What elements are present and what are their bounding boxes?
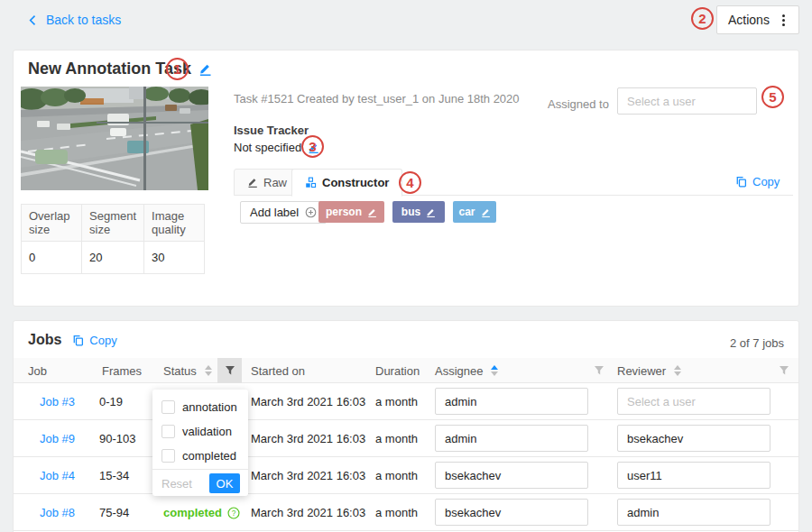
sort-assignee-control[interactable] [491,365,498,376]
job-link[interactable]: Job #4 [40,469,75,482]
filter-ok-button[interactable]: OK [209,473,240,493]
label-chip-bus-name: bus [401,206,420,218]
annotation-circle-3: 3 [301,135,324,158]
back-to-tasks-link[interactable]: Back to tasks [27,13,121,27]
checkbox-completed[interactable] [161,449,175,463]
copy-icon [72,335,84,346]
cvat-task-page: Back to tasks Actions New Annotation Tas… [0,0,812,532]
filter-option-annotation-label: annotation [182,400,237,414]
plus-circle-icon [305,206,317,218]
task-meta: Task #1521 Created by test_user_1 on Jun… [234,92,520,105]
duration-cell: a month [375,506,418,519]
edit-label-bus-icon[interactable] [426,207,436,217]
assigned-to-input[interactable] [617,87,757,115]
filter-option-validation-label: validation [182,425,232,438]
sort-reviewer-control[interactable] [674,365,681,376]
label-chip-bus: bus [392,201,445,223]
issue-tracker-label: Issue Tracker [234,124,309,137]
reviewer-input[interactable] [617,388,770,415]
tab-constructor-label: Constructor [322,176,389,189]
table-row: Job #9 90-103 March 3rd 2021 16:03 a mon… [14,420,798,457]
filter-reset-button[interactable]: Reset [161,477,192,491]
filter-option-completed[interactable]: completed [161,446,236,464]
copy-labels-label: Copy [752,175,780,188]
frames-cell: 0-19 [99,395,123,408]
build-blocks-icon [305,177,317,188]
reviewer-input[interactable] [617,462,770,489]
jobs-table-header: Job Frames Status Started on Duration [14,358,798,383]
question-circle-icon: ? [227,507,240,519]
checkbox-annotation[interactable] [161,400,175,414]
add-label-button-label: Add label [250,206,299,219]
sort-status-control[interactable] [205,365,212,376]
actions-button[interactable]: Actions [716,5,799,34]
started-cell: March 3rd 2021 16:03 [251,432,365,445]
back-to-tasks-label: Back to tasks [46,13,121,27]
filter-assignee-icon[interactable] [594,365,604,379]
column-header-started: Started on [251,358,305,383]
column-header-status[interactable]: Status [163,358,212,383]
column-header-duration: Duration [375,358,420,383]
jobs-card: Jobs Copy 2 of 7 jobs Job Frames Status [13,320,799,532]
jobs-count: 2 of 7 jobs [730,336,784,350]
job-link[interactable]: Job #8 [40,506,75,519]
pencil-icon [247,177,258,188]
table-row: Job #8 75-94 completed ? March 3rd 2021 … [14,494,798,531]
copy-jobs-link[interactable]: Copy [72,334,116,347]
column-header-job: Job [28,358,47,383]
job-link[interactable]: Job #3 [40,395,75,408]
chevron-left-icon [27,14,39,26]
reviewer-input[interactable] [617,499,770,526]
param-value-overlap: 0 [22,242,82,274]
filter-option-completed-label: completed [182,449,236,463]
param-value-quality: 30 [144,242,205,274]
frames-cell: 15-34 [99,469,129,482]
task-params-table: Overlap size Segment size Image quality … [21,204,205,274]
label-chip-car-name: car [458,206,475,218]
edit-label-car-icon[interactable] [481,207,491,217]
annotation-circle-2: 2 [691,7,714,30]
assignee-input[interactable] [435,462,588,489]
assignee-input[interactable] [435,499,588,526]
frames-cell: 90-103 [99,432,135,445]
reviewer-input[interactable] [617,425,770,452]
svg-text:?: ? [232,508,236,517]
task-preview-image [21,87,208,190]
started-cell: March 3rd 2021 16:03 [251,395,365,408]
param-header-quality: Image quality [144,205,205,242]
copy-labels-link[interactable]: Copy [735,175,780,188]
param-header-overlap: Overlap size [22,205,82,242]
checkbox-validation[interactable] [161,425,175,438]
add-label-button[interactable]: Add label [240,201,327,224]
actions-button-label: Actions [728,13,770,27]
column-header-frames: Frames [102,358,142,383]
filter-option-validation[interactable]: validation [161,422,232,440]
kebab-menu-icon [782,14,785,26]
edit-title-icon[interactable] [198,62,212,76]
annotation-circle-5: 5 [761,86,784,108]
status-badge: completed [163,506,222,519]
duration-cell: a month [375,395,418,408]
annotation-circle-1: 1 [166,58,189,80]
assignee-input[interactable] [435,425,588,452]
filter-status-icon[interactable] [217,358,242,383]
column-header-assignee[interactable]: Assignee [435,358,498,383]
filter-footer-divider [152,469,248,470]
label-chip-person-name: person [326,206,362,218]
job-link[interactable]: Job #9 [40,432,75,445]
copy-icon [735,176,747,188]
issue-tracker-value: Not specified [234,141,301,154]
tab-raw[interactable]: Raw [234,169,300,196]
table-row: Job #4 15-34 March 3rd 2021 16:03 a mont… [14,457,798,494]
tab-constructor[interactable]: Constructor [291,169,402,197]
started-cell: March 3rd 2021 16:03 [251,469,365,482]
label-chip-person: person [318,201,384,223]
column-header-reviewer[interactable]: Reviewer [617,358,681,383]
assignee-input[interactable] [435,388,588,415]
filter-reviewer-icon[interactable] [779,365,789,379]
frames-cell: 75-94 [99,506,129,519]
status-filter-dropdown: annotation validation completed Reset OK [152,390,248,496]
param-header-segment: Segment size [82,205,144,242]
filter-option-annotation[interactable]: annotation [161,398,237,416]
edit-label-person-icon[interactable] [367,207,377,217]
